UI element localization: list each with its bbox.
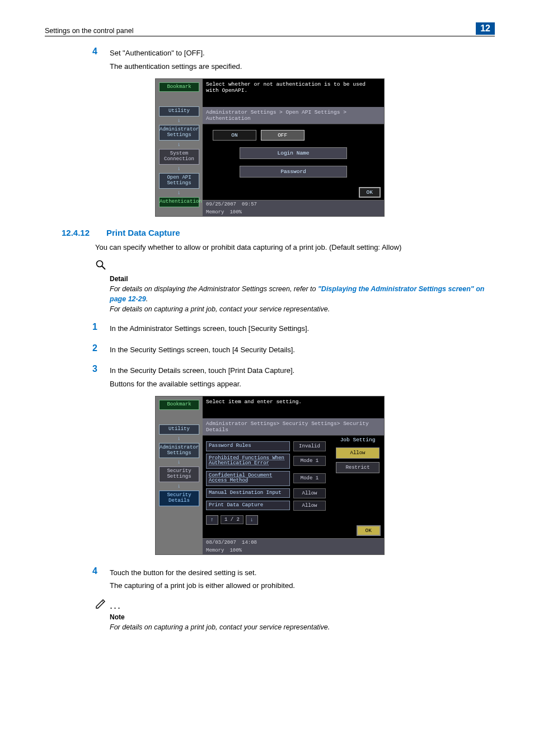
step-number: 1 — [90, 322, 97, 332]
arrow-down-icon: ↓ — [177, 166, 181, 172]
status-date: 08/03/2007 — [206, 540, 236, 545]
status-time: 09:57 — [242, 202, 257, 207]
arrow-down-icon: ↓ — [177, 118, 181, 124]
row-password-rules[interactable]: Password Rules — [206, 441, 290, 451]
row-value: Invalid — [293, 441, 326, 451]
section-intro: You can specify whether to allow or proh… — [95, 242, 495, 253]
login-name-field[interactable]: Login Name — [240, 147, 347, 159]
step-text: In the Administrator Settings screen, to… — [110, 322, 495, 334]
sidebar-admin-settings[interactable]: Administrator Settings — [159, 125, 199, 141]
step-number: 4 — [90, 46, 97, 57]
screenshot-authentication: Bookmark Utility ↓ Administrator Setting… — [155, 78, 385, 217]
off-button[interactable]: OFF — [261, 130, 305, 141]
row-prohibited-functions[interactable]: Prohibited Functions When Authentication… — [206, 454, 290, 469]
panel-prompt: Select item and enter setting. — [203, 396, 384, 407]
arrow-down-icon: ↓ — [177, 483, 181, 489]
breadcrumb: Administrator Settings > Open API Settin… — [203, 107, 384, 124]
row-value: Allow — [293, 488, 326, 498]
status-bar: 08/03/2007 14:08 — [203, 538, 384, 547]
page-header: Settings on the control panel 12 — [45, 22, 495, 36]
step-note: Buttons for the available settings appea… — [110, 380, 495, 388]
section-title: Print Data Capture — [106, 228, 180, 237]
sidebar-authentication[interactable]: Authentication — [159, 197, 199, 207]
note-text: For details on capturing a print job, co… — [110, 622, 495, 632]
page-down-button[interactable]: ↓ — [246, 515, 258, 525]
password-field[interactable]: Password — [240, 166, 347, 178]
breadcrumb: Administrator Settings> Security Setting… — [203, 418, 384, 436]
allow-button[interactable]: Allow — [336, 447, 380, 459]
status-mem-value: 100% — [229, 548, 242, 553]
status-mem-label: Memory — [206, 209, 224, 215]
ok-button[interactable]: OK — [359, 187, 381, 198]
header-title: Settings on the control panel — [45, 27, 133, 35]
step-text: Set "Authentication" to [OFF]. — [110, 46, 495, 59]
status-bar: 09/25/2007 09:57 — [203, 200, 384, 208]
row-value: Allow — [293, 501, 326, 511]
sidebar-system-connection[interactable]: System Connection — [159, 149, 199, 165]
row-confidential-doc[interactable]: Confidential Document Access Method — [206, 471, 290, 486]
bookmark-button[interactable]: Bookmark — [159, 400, 199, 410]
section-number: 12.4.12 — [45, 228, 90, 237]
note-label: Note — [110, 613, 495, 621]
detail-label: Detail — [110, 275, 495, 283]
status-mem-value: 100% — [229, 209, 242, 215]
ellipsis-icon: ... — [110, 600, 121, 611]
svg-line-1 — [102, 266, 105, 269]
arrow-down-icon: ↓ — [177, 190, 181, 196]
step-text: In the Security Details screen, touch [P… — [110, 364, 495, 376]
arrow-down-icon: ↓ — [177, 436, 181, 442]
on-button[interactable]: ON — [213, 130, 256, 141]
step-text: Touch the button for the desired setting… — [110, 566, 495, 578]
sidebar-openapi-settings[interactable]: Open API Settings — [159, 173, 199, 189]
sidebar-security-details[interactable]: Security Details — [159, 491, 199, 506]
row-value: Mode 1 — [293, 456, 326, 466]
page-up-button[interactable]: ↑ — [206, 515, 218, 525]
row-print-data-capture[interactable]: Print Data Capture — [206, 501, 290, 510]
page-indicator: 1 / 2 — [221, 515, 243, 524]
step-note: The capturing of a print job is either a… — [110, 581, 495, 590]
arrow-down-icon: ↓ — [177, 142, 181, 148]
bookmark-button[interactable]: Bookmark — [159, 82, 199, 92]
arrow-down-icon: ↓ — [177, 459, 181, 465]
row-manual-destination[interactable]: Manual Destination Input — [206, 488, 290, 498]
detail-text: For details on displaying the Administra… — [110, 284, 495, 314]
step-number: 4 — [90, 566, 97, 576]
detail-block: Detail For details on displaying the Adm… — [95, 259, 495, 314]
restrict-button[interactable]: Restrict — [336, 462, 380, 473]
sidebar-security-settings[interactable]: Security Settings — [159, 466, 199, 482]
status-date: 09/25/2007 — [206, 202, 236, 207]
status-bar-mem: Memory 100% — [203, 547, 384, 554]
status-time: 14:08 — [242, 540, 257, 545]
screenshot-security-details: Bookmark Utility ↓ Administrator Setting… — [155, 396, 385, 555]
job-setting-label: Job Setting — [336, 437, 380, 443]
sidebar-utility[interactable]: Utility — [159, 106, 199, 116]
ok-button[interactable]: OK — [357, 525, 381, 536]
magnifier-icon — [95, 259, 495, 274]
step-note: The authentication settings are specifie… — [110, 62, 495, 71]
note-block: ... Note For details on capturing a prin… — [95, 598, 495, 632]
sidebar-admin-settings[interactable]: Administrator Settings — [159, 443, 199, 459]
chapter-number: 12 — [476, 22, 495, 35]
status-mem-label: Memory — [206, 548, 224, 553]
pencil-icon: ... — [95, 598, 495, 612]
status-bar-mem: Memory 100% — [203, 208, 384, 216]
step-text: In the Security Settings screen, touch [… — [110, 343, 495, 356]
step-number: 2 — [90, 343, 97, 353]
row-value: Mode 1 — [293, 473, 326, 483]
step-number: 3 — [90, 364, 97, 374]
panel-prompt: Select whether or not authentication is … — [203, 79, 384, 96]
sidebar-utility[interactable]: Utility — [159, 424, 199, 435]
svg-point-0 — [97, 261, 103, 267]
